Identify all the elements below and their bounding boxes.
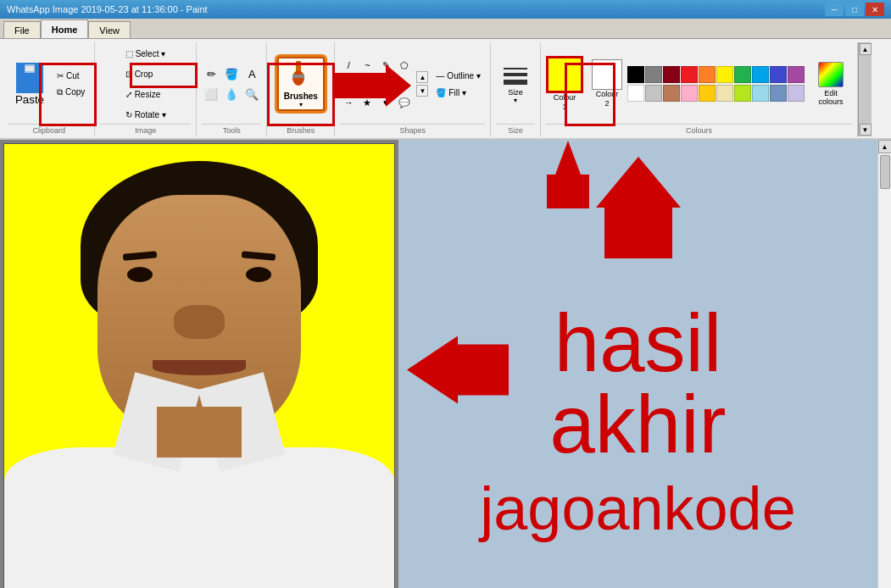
palette-cell[interactable] — [627, 85, 644, 102]
tab-view[interactable]: View — [88, 21, 131, 38]
select-icon: ⬚ — [125, 49, 133, 58]
annotation-area: hasil akhir jagoankode — [398, 140, 877, 588]
shape-line[interactable]: / — [340, 57, 357, 74]
shape-arrow-right2[interactable]: → — [340, 94, 357, 111]
palette-row-1 — [627, 66, 805, 83]
palette-cell[interactable] — [788, 85, 805, 102]
select-button[interactable]: ⬚ Select ▾ — [121, 44, 170, 63]
tab-home[interactable]: Home — [41, 19, 89, 38]
palette-cell[interactable] — [627, 66, 644, 83]
shape-heart[interactable]: ♥ — [377, 94, 394, 111]
palette-cell[interactable] — [699, 66, 716, 83]
shape-ellipse[interactable]: ⬤ — [377, 75, 394, 92]
palette-cell[interactable] — [734, 85, 751, 102]
palette-cell[interactable] — [681, 66, 698, 83]
brushes-label: Brushes — [284, 92, 318, 101]
annotation-line2: akhir — [549, 384, 726, 465]
zoom-tool[interactable]: 🔍 — [242, 85, 261, 103]
crop-button[interactable]: ⊡ Crop — [121, 64, 170, 83]
scroll-down-btn[interactable]: ▼ — [860, 124, 872, 136]
minimize-button[interactable]: ─ — [825, 3, 844, 16]
shape-curve[interactable]: ~ — [359, 57, 376, 74]
pencil-tool[interactable]: ✏ — [202, 64, 220, 83]
photo-shirt — [4, 447, 394, 588]
colour-2-area: Colour 2 — [592, 59, 622, 108]
size-line-thick — [504, 80, 527, 85]
shape-star[interactable]: ★ — [359, 94, 376, 111]
size-label: Size — [496, 124, 535, 135]
tab-file[interactable]: File — [3, 21, 41, 38]
palette-cell[interactable] — [734, 66, 751, 83]
ribbon: Paste ✂ Cut ⧉ Copy Clipboard — [0, 39, 891, 140]
shapes-scroll-up[interactable]: ▲ — [416, 71, 428, 83]
colour-2-swatch[interactable] — [592, 59, 622, 90]
edit-colours-button[interactable]: Edit colours — [810, 58, 852, 109]
brushes-dropdown-arrow: ▾ — [299, 101, 303, 108]
size-line-medium — [504, 73, 527, 76]
clipboard-group: Paste ✂ Cut ⧉ Copy Clipboard — [3, 42, 95, 136]
fill-icon: 🪣 — [436, 88, 446, 97]
palette-cell[interactable] — [699, 85, 716, 102]
photo-eye-right — [246, 267, 271, 282]
scroll-up-arrow[interactable]: ▲ — [878, 140, 892, 153]
brushes-button[interactable]: Brushes ▾ — [277, 57, 325, 111]
brushes-icon — [287, 59, 315, 92]
shape-triangle[interactable]: △ — [396, 75, 413, 92]
resize-icon: ⤢ — [125, 90, 132, 99]
palette-cell[interactable] — [788, 66, 805, 83]
maximize-button[interactable]: □ — [845, 3, 864, 16]
scroll-up-btn[interactable]: ▲ — [860, 43, 872, 55]
scroll-thumb[interactable] — [880, 155, 890, 189]
outline-button[interactable]: — Outline ▾ — [432, 68, 485, 83]
close-button[interactable]: ✕ — [866, 3, 884, 16]
cut-button[interactable]: ✂ Cut — [53, 69, 89, 84]
shapes-scroll-down[interactable]: ▼ — [416, 85, 428, 97]
palette-cell[interactable] — [681, 85, 698, 102]
shape-rect[interactable]: ▭ — [340, 75, 357, 92]
clipboard-content: Paste ✂ Cut ⧉ Copy — [8, 44, 89, 124]
size-group: Size ▾ Size — [491, 42, 541, 136]
brushes-group: Brushes ▾ Brushes — [267, 42, 335, 136]
palette-cell[interactable] — [645, 66, 662, 83]
palette-cell[interactable] — [716, 85, 733, 102]
photo-canvas — [3, 143, 395, 588]
rotate-button[interactable]: ↻ Rotate ▾ — [121, 105, 170, 124]
edit-colours-icon — [818, 62, 844, 87]
svg-rect-2 — [21, 71, 38, 92]
colour-1-swatch[interactable] — [546, 56, 583, 93]
text-tool[interactable]: A — [242, 64, 261, 83]
svg-rect-7 — [292, 75, 304, 78]
palette-cell[interactable] — [770, 66, 787, 83]
palette-cell[interactable] — [645, 85, 662, 102]
palette-cell[interactable] — [770, 85, 787, 102]
shape-roundrect[interactable]: ▢ — [359, 75, 376, 92]
palette-cell[interactable] — [663, 85, 680, 102]
tools-label: Tools — [202, 124, 261, 135]
palette-cell[interactable] — [752, 66, 769, 83]
shape-callout[interactable]: 💬 — [396, 94, 413, 111]
size-button[interactable]: Size ▾ — [496, 60, 535, 108]
size-icon — [500, 64, 531, 88]
outline-icon: — — [436, 71, 444, 80]
resize-button[interactable]: ⤢ Resize — [121, 85, 170, 103]
palette-cell[interactable] — [663, 66, 680, 83]
size-line-thin — [504, 68, 527, 69]
tools-group: ✏ 🪣 A ⬜ 💧 🔍 Tools — [197, 42, 267, 136]
eraser-tool[interactable]: ⬜ — [202, 85, 220, 103]
size-dropdown-arrow: ▾ — [514, 97, 517, 104]
annotation-line1: hasil — [554, 302, 721, 384]
shape-polygon[interactable]: ⬠ — [396, 57, 413, 74]
right-scrollbar: ▲ ▼ — [877, 140, 891, 588]
palette-cell[interactable] — [716, 66, 733, 83]
photo-neck — [157, 407, 242, 458]
paste-button[interactable]: Paste — [8, 58, 51, 109]
picker-tool[interactable]: 💧 — [222, 85, 241, 103]
shape-freeform[interactable]: ✎ — [377, 57, 394, 74]
tools-content: ✏ 🪣 A ⬜ 💧 🔍 — [202, 44, 261, 124]
image-label: Image — [100, 124, 191, 135]
svg-marker-9 — [407, 336, 509, 403]
copy-button[interactable]: ⧉ Copy — [53, 85, 89, 100]
palette-cell[interactable] — [752, 85, 769, 102]
fill-tool[interactable]: 🪣 — [222, 64, 241, 83]
fill-button[interactable]: 🪣 Fill ▾ — [432, 85, 485, 100]
